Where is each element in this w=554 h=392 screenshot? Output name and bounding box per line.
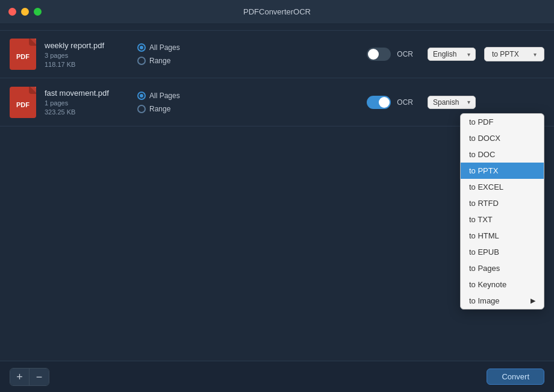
dropdown-item-label-rtfd: to RTFD xyxy=(469,199,499,208)
toggle-knob-1 xyxy=(368,49,379,60)
ocr-toggle-1[interactable] xyxy=(367,48,391,61)
file-name-1: weekly report.pdf xyxy=(45,41,117,50)
app-title: PDFConverterOCR xyxy=(243,7,311,16)
language-value-1: English xyxy=(433,50,456,58)
file-pages-2: 1 pages xyxy=(45,99,117,107)
dropdown-item-epub[interactable]: to EPUB xyxy=(461,244,544,260)
dropdown-item-pages[interactable]: to Pages xyxy=(461,260,544,276)
add-file-button[interactable]: + xyxy=(10,369,30,385)
add-remove-buttons: + − xyxy=(10,368,49,386)
format-button-1[interactable]: to PPTX ▾ xyxy=(484,47,544,61)
dropdown-item-label-excel: to EXCEL xyxy=(469,182,503,191)
language-dropdown-1[interactable]: English ▾ xyxy=(428,48,476,61)
file-size-1: 118.17 KB xyxy=(45,61,117,68)
convert-button[interactable]: Convert xyxy=(487,369,544,385)
dropdown-item-label-html: to HTML xyxy=(469,231,499,240)
ocr-section-2: OCR xyxy=(367,96,413,109)
range-label-2: Range xyxy=(149,105,170,113)
bottom-bar: + − Convert xyxy=(0,361,554,392)
file-size-2: 323.25 KB xyxy=(45,108,117,116)
toggle-knob-2 xyxy=(379,97,390,108)
pdf-icon-1: PDF xyxy=(10,39,36,70)
language-dropdown-2[interactable]: Spanish ▾ xyxy=(428,96,476,109)
all-pages-radio-indicator-2 xyxy=(137,92,146,100)
close-button[interactable] xyxy=(8,8,16,16)
dropdown-item-label-keynote: to Keynote xyxy=(469,280,506,289)
dropdown-item-keynote[interactable]: to Keynote xyxy=(461,276,544,293)
file-info-2: fast movement.pdf 1 pages 323.25 KB xyxy=(45,89,117,116)
dropdown-item-docx[interactable]: to DOCX xyxy=(461,130,544,146)
window-controls xyxy=(8,8,42,16)
file-pages-1: 3 pages xyxy=(45,52,117,59)
all-pages-radio-1[interactable]: All Pages xyxy=(137,43,180,52)
maximize-button[interactable] xyxy=(34,8,42,16)
range-label: Range xyxy=(149,57,170,65)
dropdown-item-image[interactable]: to Image ▶ xyxy=(461,293,544,309)
file-row-1: PDF weekly report.pdf 3 pages 118.17 KB … xyxy=(0,30,554,78)
dropdown-item-label-pdf: to PDF xyxy=(469,117,493,126)
range-radio-indicator-2 xyxy=(137,105,146,113)
format-chevron-1: ▾ xyxy=(534,51,537,58)
range-radio-indicator-1 xyxy=(137,57,146,65)
dropdown-item-label-pptx: to PPTX xyxy=(469,166,498,175)
ocr-label-1: OCR xyxy=(397,50,413,58)
dropdown-item-rtfd[interactable]: to RTFD xyxy=(461,195,544,211)
dropdown-item-label-doc: to DOC xyxy=(469,150,495,159)
format-dropdown-menu: to PDF to DOCX to DOC to PPTX to EXCEL t… xyxy=(460,113,544,310)
all-pages-radio-indicator-1 xyxy=(137,43,146,52)
ocr-label-2: OCR xyxy=(397,98,413,107)
dropdown-item-txt[interactable]: to TXT xyxy=(461,211,544,228)
dropdown-item-label-image: to Image xyxy=(469,296,500,305)
file-name-2: fast movement.pdf xyxy=(45,89,117,98)
dropdown-item-label-epub: to EPUB xyxy=(469,247,499,257)
dropdown-item-label-pages: to Pages xyxy=(469,264,500,273)
titlebar: PDFConverterOCR xyxy=(0,0,554,24)
dropdown-item-doc[interactable]: to DOC xyxy=(461,146,544,163)
range-radio-2[interactable]: Range xyxy=(137,105,180,113)
lang-chevron-1: ▾ xyxy=(467,51,470,58)
range-radio-1[interactable]: Range xyxy=(137,57,180,65)
minimize-button[interactable] xyxy=(21,8,29,16)
ocr-toggle-2[interactable] xyxy=(367,96,391,109)
all-pages-label: All Pages xyxy=(149,43,180,52)
dropdown-item-label-docx: to DOCX xyxy=(469,134,500,143)
all-pages-radio-2[interactable]: All Pages xyxy=(137,92,180,100)
ocr-section-1: OCR xyxy=(367,48,413,61)
lang-chevron-2: ▾ xyxy=(467,99,470,105)
format-value-1: to PPTX xyxy=(492,50,519,58)
language-value-2: Spanish xyxy=(433,98,459,107)
all-pages-label-2: All Pages xyxy=(149,92,180,100)
file-info-1: weekly report.pdf 3 pages 118.17 KB xyxy=(45,41,117,68)
main-content: PDF weekly report.pdf 3 pages 118.17 KB … xyxy=(0,24,554,132)
radio-group-2: All Pages Range xyxy=(137,92,180,113)
pdf-icon-2: PDF xyxy=(10,87,36,118)
submenu-arrow-icon: ▶ xyxy=(531,297,535,305)
dropdown-item-pptx[interactable]: to PPTX xyxy=(461,163,544,179)
dropdown-item-html[interactable]: to HTML xyxy=(461,228,544,244)
dropdown-item-excel[interactable]: to EXCEL xyxy=(461,179,544,195)
dropdown-item-label-txt: to TXT xyxy=(469,215,493,224)
remove-file-button[interactable]: − xyxy=(30,369,49,385)
radio-group-1: All Pages Range xyxy=(137,43,180,65)
dropdown-item-pdf[interactable]: to PDF xyxy=(461,114,544,130)
